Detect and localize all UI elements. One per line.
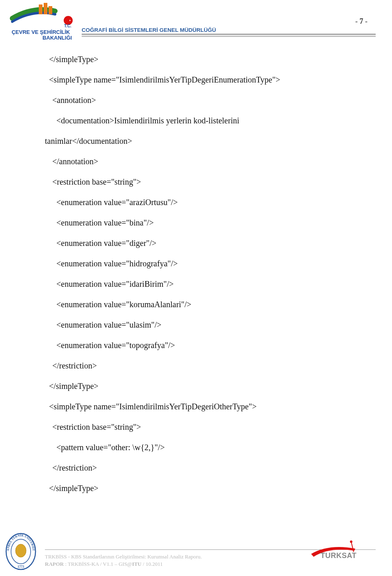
page-number: - 7 - bbox=[355, 17, 368, 26]
code-line: <simpleType name="IsimlendirilmisYerTipD… bbox=[45, 69, 368, 90]
document-body: </simpleType><simpleType name="Isimlendi… bbox=[0, 37, 392, 502]
code-line: <pattern value="other: \w{2,}"/> bbox=[45, 437, 368, 458]
code-line: </simpleType> bbox=[45, 376, 368, 396]
svg-text:TURKSAT: TURKSAT bbox=[321, 551, 356, 560]
ministry-tc-text: T.C. bbox=[64, 24, 71, 28]
ministry-logo-icon: T.C. ÇEVRE VE ŞEHİRCİLİK BAKANLIĞI bbox=[8, 2, 74, 41]
code-line: <restriction base="string"> bbox=[45, 417, 368, 437]
code-line: <enumeration value="topografya"/> bbox=[45, 335, 368, 355]
header-title: COĞRAFİ BİLGİ SİSTEMLERİ GENEL MÜDÜRLÜĞÜ bbox=[82, 3, 376, 34]
turksat-logo-icon: TURKSAT bbox=[310, 540, 368, 562]
turksat-logo: TURKSAT bbox=[310, 540, 368, 564]
code-line: <annotation> bbox=[45, 90, 368, 110]
code-line: <enumeration value="bina"/> bbox=[45, 212, 368, 233]
code-line: <enumeration value="idariBirim"/> bbox=[45, 274, 368, 294]
code-line: </restriction> bbox=[45, 458, 368, 478]
svg-point-10 bbox=[350, 540, 352, 543]
svg-rect-2 bbox=[49, 6, 52, 14]
code-line: <enumeration value="diger"/> bbox=[45, 233, 368, 253]
code-line: </simpleType> bbox=[45, 49, 368, 69]
code-line: tanimlar</documentation> bbox=[45, 131, 368, 151]
footer-line2-rest: : TRKBİSS-KA / V1.1 – GIS@ bbox=[64, 561, 132, 567]
ministry-line1-text: ÇEVRE VE ŞEHİRCİLİK bbox=[11, 29, 70, 35]
page-header: - 7 - T.C. ÇEVRE VE ŞEHİRCİLİK BAKANLIĞI… bbox=[0, 0, 392, 37]
document-page: - 7 - T.C. ÇEVRE VE ŞEHİRCİLİK BAKANLIĞI… bbox=[0, 0, 392, 576]
code-line: <documentation>Isimlendirilmis yerlerin … bbox=[45, 110, 368, 131]
code-line: <simpleType name="IsimlendirilmisYerTipD… bbox=[45, 396, 368, 417]
code-line: <restriction base="string"> bbox=[45, 172, 368, 192]
svg-rect-0 bbox=[39, 4, 42, 14]
code-line: <enumeration value="korumaAlanlari"/> bbox=[45, 294, 368, 315]
svg-rect-1 bbox=[44, 3, 47, 14]
footer-itu: ITU bbox=[132, 561, 141, 567]
ministry-line2-text: BAKANLIĞI bbox=[42, 35, 72, 41]
code-line: </restriction> bbox=[45, 355, 368, 376]
footer-rapor: RAPOR bbox=[45, 561, 64, 567]
header-rule bbox=[82, 34, 376, 37]
code-line: </simpleType> bbox=[45, 478, 368, 498]
code-line: </annotation> bbox=[45, 151, 368, 172]
footer-line2-tail: / 10.2011 bbox=[142, 561, 163, 567]
code-line: <enumeration value="araziOrtusu"/> bbox=[45, 192, 368, 212]
code-line: <enumeration value="hidrografya"/> bbox=[45, 253, 368, 274]
footer-line1: TRKBİSS - KBS Standartlarının Geliştiril… bbox=[45, 554, 202, 560]
code-line: <enumeration value="ulasim"/> bbox=[45, 315, 368, 335]
ministry-logo: T.C. ÇEVRE VE ŞEHİRCİLİK BAKANLIĞI bbox=[8, 2, 74, 42]
